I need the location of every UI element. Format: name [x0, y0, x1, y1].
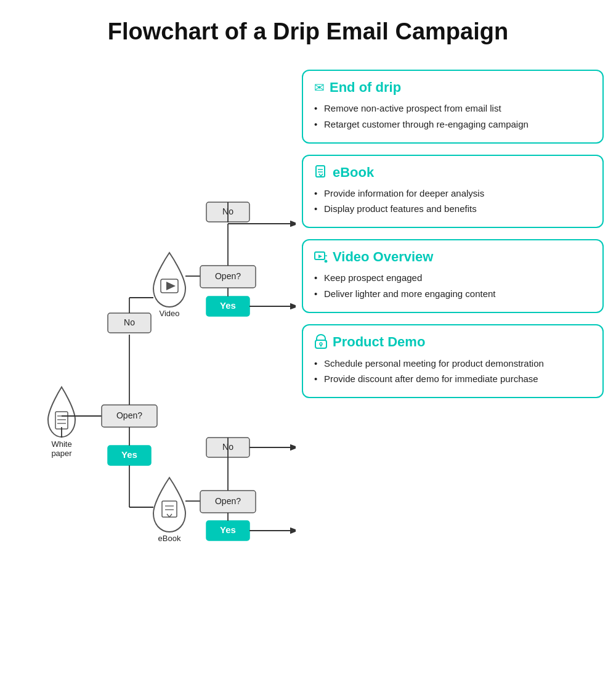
end-of-drip-item-1: Remove non-active prospect from email li… — [314, 102, 591, 115]
svg-marker-38 — [318, 255, 322, 258]
email-icon: ✉ — [314, 81, 325, 94]
video-icon — [153, 253, 185, 307]
open-q2-label: Open? — [215, 271, 241, 281]
open-q1-label: Open? — [116, 410, 142, 420]
flowchart-svg: White paper Open? No — [12, 63, 296, 673]
end-of-drip-list: Remove non-active prospect from email li… — [314, 102, 591, 131]
svg-rect-2 — [55, 412, 68, 429]
no-btn1-label: No — [124, 317, 135, 327]
video-label: Video — [159, 309, 179, 318]
page-title: Flowchart of a Drip Email Campaign — [12, 18, 604, 45]
info-box-header-video: Video Overview — [314, 249, 591, 265]
end-of-drip-title: End of drip — [330, 80, 401, 96]
ebook-item-1: Provide information for deeper analysis — [314, 187, 591, 200]
yes-btn1-label: Yes — [121, 449, 137, 460]
end-of-drip-item-2: Retarget customer through re-engaging ca… — [314, 118, 591, 131]
yes-btn3-label: Yes — [220, 524, 236, 535]
product-demo-title: Product Demo — [333, 334, 425, 350]
whitepaper-label: White — [51, 439, 71, 449]
info-boxes: ✉ End of drip Remove non-active prospect… — [296, 63, 604, 398]
svg-point-43 — [320, 343, 322, 345]
video-overview-item-2: Deliver lighter and more engaging conten… — [314, 287, 591, 301]
info-box-product-demo: Product Demo Schedule personal meeting f… — [302, 324, 604, 399]
info-box-header-end-of-drip: ✉ End of drip — [314, 80, 591, 96]
yes-btn2-label: Yes — [220, 300, 236, 311]
open-q3-label: Open? — [215, 496, 241, 506]
video-overview-item-1: Keep prospect engaged — [314, 271, 591, 285]
product-demo-icon — [314, 334, 328, 351]
video-icon-box — [314, 250, 328, 264]
svg-text:paper: paper — [51, 449, 72, 458]
ebook-icon-box — [314, 165, 328, 180]
flowchart-area: White paper Open? No — [12, 63, 296, 673]
ebook-list: Provide information for deeper analysis … — [314, 187, 591, 216]
video-overview-title: Video Overview — [333, 249, 433, 265]
info-box-header-ebook: eBook — [314, 165, 591, 181]
product-demo-item-1: Schedule personal meeting for product de… — [314, 357, 591, 370]
video-overview-list: Keep prospect engaged Deliver lighter an… — [314, 271, 591, 301]
ebook-icon — [153, 478, 185, 532]
info-box-video-overview: Video Overview Keep prospect engaged Del… — [302, 239, 604, 313]
product-demo-list: Schedule personal meeting for product de… — [314, 357, 591, 386]
page: Flowchart of a Drip Email Campaign — [0, 0, 616, 673]
ebook-item-2: Display product features and benefits — [314, 202, 591, 216]
info-box-header-product-demo: Product Demo — [314, 334, 591, 351]
content-area: White paper Open? No — [12, 63, 604, 673]
info-box-end-of-drip: ✉ End of drip Remove non-active prospect… — [302, 70, 604, 144]
info-box-ebook: eBook Provide information for deeper ana… — [302, 155, 604, 229]
ebook-title: eBook — [333, 165, 374, 181]
product-demo-item-2: Provide discount after demo for immediat… — [314, 372, 591, 386]
ebook-label: eBook — [158, 534, 181, 543]
svg-rect-23 — [162, 501, 177, 517]
svg-point-39 — [325, 260, 327, 263]
